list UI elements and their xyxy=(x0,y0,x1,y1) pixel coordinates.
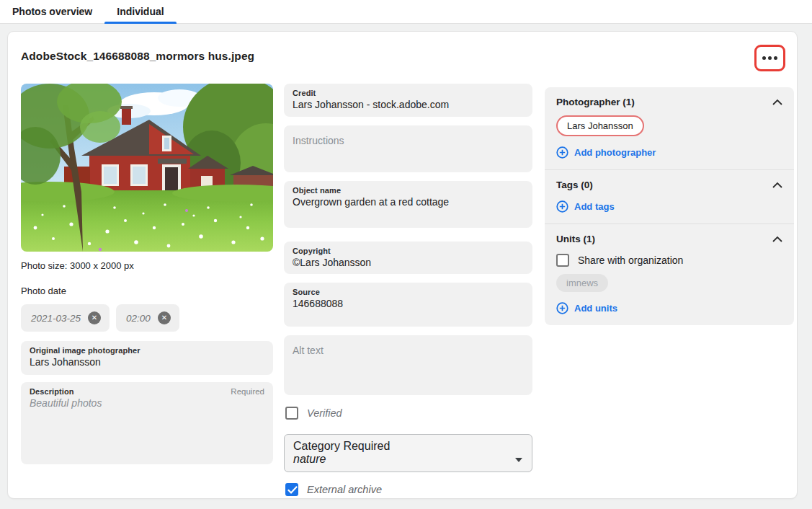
add-units-label: Add units xyxy=(574,303,617,314)
photo-date-inputs: 2021-03-25 ✕ 02:00 ✕ xyxy=(21,304,273,332)
external-archive-checkbox[interactable] xyxy=(285,483,298,496)
dropdown-caret-icon xyxy=(515,458,522,462)
photo-size-text: Photo size: 3000 x 2000 px xyxy=(21,260,273,271)
field-value: Lars Johansson xyxy=(30,356,264,368)
verified-row: Verified xyxy=(285,407,532,420)
units-section-header[interactable]: Units (1) xyxy=(556,234,782,244)
chevron-up-icon[interactable] xyxy=(772,182,782,188)
filename-title: AdobeStock_146688088_mormors hus.jpeg xyxy=(21,45,254,63)
tags-section-header[interactable]: Tags (0) xyxy=(556,180,782,190)
chevron-up-icon[interactable] xyxy=(772,99,782,105)
metadata-panel: Photographer (1) Lars Johansson Add p xyxy=(545,87,794,325)
photo-detail-card: AdobeStock_146688088_mormors hus.jpeg xyxy=(7,31,798,499)
plus-circle-icon xyxy=(556,146,568,159)
add-tags-button[interactable]: Add tags xyxy=(556,200,615,213)
original-photographer-field[interactable]: Original image photographer Lars Johanss… xyxy=(21,341,273,375)
check-icon xyxy=(287,486,298,495)
add-photographer-button[interactable]: Add photographer xyxy=(556,146,656,159)
time-value: 02:00 xyxy=(126,313,151,324)
field-placeholder: Instructions xyxy=(293,135,524,146)
object-name-field[interactable]: Object name Overgrown garden at a red co… xyxy=(284,181,532,228)
field-placeholder: Beautiful photos xyxy=(30,397,264,409)
field-label: Copyright xyxy=(293,247,524,255)
verified-label: Verified xyxy=(307,407,342,419)
share-with-org-label: Share with organization xyxy=(578,254,683,266)
section-title: Tags (0) xyxy=(556,180,593,190)
add-photographer-label: Add photographer xyxy=(574,147,656,158)
more-options-icon xyxy=(762,56,777,60)
field-label: Source xyxy=(293,288,524,296)
field-label: Description xyxy=(30,387,74,396)
time-field[interactable]: 02:00 ✕ xyxy=(116,304,179,332)
instructions-field[interactable]: Instructions xyxy=(284,125,532,172)
field-label: Credit xyxy=(293,89,524,97)
section-title: Photographer (1) xyxy=(556,97,635,107)
external-archive-row: External archive xyxy=(285,483,532,496)
photo-thumbnail[interactable] xyxy=(21,84,273,252)
tab-photos-overview[interactable]: Photos overview xyxy=(0,0,104,23)
plus-circle-icon xyxy=(556,302,568,314)
field-label: Original image photographer xyxy=(30,346,264,355)
field-value: ©Lars Johansson xyxy=(293,257,524,268)
verified-checkbox[interactable] xyxy=(285,407,298,420)
clear-time-icon[interactable]: ✕ xyxy=(158,311,171,324)
source-field[interactable]: Source 146688088 xyxy=(284,283,532,327)
clear-date-icon[interactable]: ✕ xyxy=(88,311,101,324)
section-title: Units (1) xyxy=(556,234,595,244)
tags-section: Tags (0) Add tags xyxy=(545,169,794,223)
share-with-org-checkbox[interactable] xyxy=(556,254,569,267)
plus-circle-icon xyxy=(556,200,568,213)
field-value: Lars Johansson - stock.adobe.com xyxy=(293,99,524,110)
middle-column: Credit Lars Johansson - stock.adobe.com … xyxy=(284,84,532,496)
add-tags-label: Add tags xyxy=(574,201,615,212)
date-field[interactable]: 2021-03-25 ✕ xyxy=(21,304,110,332)
date-value: 2021-03-25 xyxy=(31,313,81,324)
unit-chip[interactable]: imnews xyxy=(556,274,608,292)
share-with-org-row: Share with organization xyxy=(556,254,782,267)
card-header: AdobeStock_146688088_mormors hus.jpeg xyxy=(14,45,785,84)
tab-bar: Photos overview Individual xyxy=(0,0,812,24)
photo-date-label: Photo date xyxy=(21,286,273,296)
units-section: Units (1) Share with organization imnews xyxy=(545,223,794,325)
more-options-button[interactable] xyxy=(754,45,785,71)
photographer-section: Photographer (1) Lars Johansson Add p xyxy=(545,87,794,169)
field-label: Category xyxy=(293,440,340,452)
required-badge: Required xyxy=(231,387,264,396)
required-badge: Required xyxy=(343,440,390,452)
page-background: AdobeStock_146688088_mormors hus.jpeg xyxy=(0,24,812,509)
external-archive-label: External archive xyxy=(307,484,382,495)
field-value: 146688088 xyxy=(293,298,524,309)
right-column: Photographer (1) Lars Johansson Add p xyxy=(545,84,794,496)
field-placeholder: Alt text xyxy=(293,345,524,356)
field-value: Overgrown garden at a red cottage xyxy=(293,196,524,208)
photographer-section-header[interactable]: Photographer (1) xyxy=(556,97,782,107)
chevron-up-icon[interactable] xyxy=(772,236,782,242)
tab-individual[interactable]: Individual xyxy=(104,0,176,23)
description-field[interactable]: Description Required Beautiful photos xyxy=(21,382,273,464)
photographer-chip[interactable]: Lars Johansson xyxy=(556,115,644,136)
left-column: Photo size: 3000 x 2000 px Photo date 20… xyxy=(21,84,273,496)
field-label: Object name xyxy=(293,186,524,195)
copyright-field[interactable]: Copyright ©Lars Johansson xyxy=(284,242,532,274)
credit-field[interactable]: Credit Lars Johansson - stock.adobe.com xyxy=(284,84,532,117)
alt-text-field[interactable]: Alt text xyxy=(284,335,532,395)
add-units-button[interactable]: Add units xyxy=(556,302,617,314)
category-select[interactable]: Category Required nature xyxy=(284,434,532,472)
category-value: nature xyxy=(293,453,523,466)
